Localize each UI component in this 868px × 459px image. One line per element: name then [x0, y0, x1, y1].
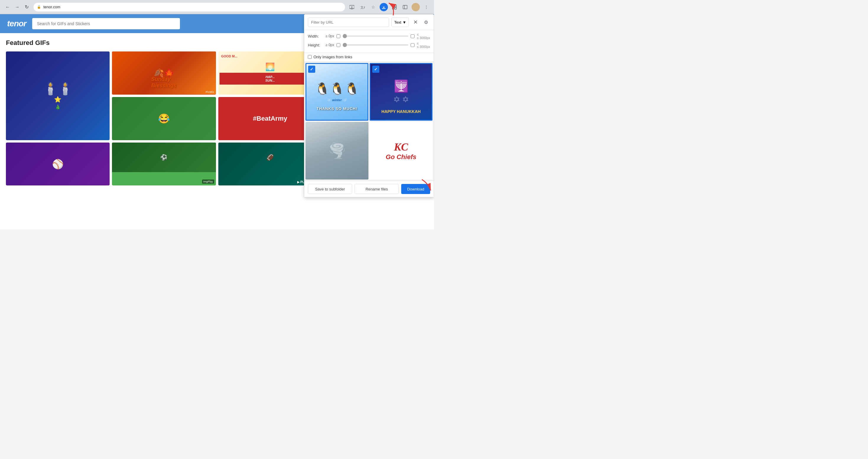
thanks-overlay-text: THANKS SO MUCH!	[316, 107, 358, 111]
back-button[interactable]: ←	[4, 3, 12, 11]
sidebar-toggle-icon[interactable]	[401, 3, 409, 11]
width-max-label: ≤≤ 3000px	[417, 32, 430, 40]
filter-bar: Text ▼ ✕ ⚙	[304, 15, 434, 30]
list-item: ⚾	[6, 143, 110, 185]
height-label: Height:	[308, 43, 323, 47]
beatarmy-text: #BeatArmy	[253, 115, 287, 122]
list-item: ⚽ ImgPlay	[112, 143, 216, 185]
lock-icon: 🔒	[37, 5, 41, 9]
width-min-checkbox[interactable]	[337, 34, 340, 38]
download-extension-icon[interactable]	[380, 3, 388, 11]
popup-image-item[interactable]: KC Go Chiefs	[370, 122, 433, 179]
only-images-row: Only images from links	[304, 53, 434, 62]
chiefs-text: Go Chiefs	[386, 153, 416, 161]
svg-rect-5	[392, 7, 394, 9]
download-button[interactable]: Download	[401, 184, 430, 194]
settings-gear-icon[interactable]: ⚙	[422, 18, 430, 26]
svg-rect-6	[395, 7, 397, 9]
height-filter-row: Height: ≥ 0px ≤≤ 3000px	[308, 41, 430, 49]
extensions-puzzle-icon[interactable]	[390, 3, 399, 11]
popup-actions: Save to subfolder Rename files Download	[304, 181, 434, 197]
image-checkbox-penguins[interactable]: ✓	[308, 66, 315, 73]
list-item: 🍂🍁 SundayBlessings PicMix	[112, 52, 216, 95]
height-min-checkbox[interactable]	[337, 43, 340, 47]
translate-icon[interactable]: 文A	[359, 3, 367, 11]
hanukkah-overlay-text: HAPPY HANUKKAH	[381, 109, 421, 114]
popup-image-item[interactable]: ✓ 🐧🐧🐧 ❄️ winter ❄️ THANKS SO MUCH!	[306, 63, 368, 121]
search-input[interactable]	[32, 18, 180, 29]
only-images-label[interactable]: Only images from links	[313, 55, 352, 59]
url-text: tenor.com	[43, 5, 60, 9]
chevron-down-icon: ▼	[402, 20, 406, 25]
media-router-icon[interactable]	[348, 3, 356, 11]
width-min-label: ≥ 0px	[326, 34, 334, 38]
address-bar[interactable]: 🔒 tenor.com	[33, 2, 345, 12]
browser-chrome: ← → ↻ 🔒 tenor.com 文A ☆ ⋮	[0, 0, 434, 14]
height-min-label: ≥ 0px	[326, 43, 334, 47]
svg-text:文A: 文A	[361, 6, 365, 9]
extension-popup: Text ▼ ✕ ⚙ Width: ≥ 0px ≤≤ 3000px Height…	[304, 14, 434, 197]
sunday-blessings-text: SundayBlessings	[151, 76, 176, 89]
height-max-checkbox[interactable]	[411, 43, 414, 47]
height-range-slider[interactable]	[343, 45, 408, 46]
bookmark-star-icon[interactable]: ☆	[369, 3, 377, 11]
forward-button[interactable]: →	[13, 3, 21, 11]
imgplay-badge: ImgPlay	[202, 179, 214, 184]
filter-url-input[interactable]	[308, 18, 389, 27]
tenor-logo: tenor	[7, 19, 26, 28]
height-max-label: ≤≤ 3000px	[417, 41, 430, 49]
svg-rect-7	[403, 5, 407, 9]
list-item: 🕯️🕯️ ⭐ 🎄	[6, 52, 110, 140]
main-content: tenor Featured GIFs 🕯️🕯️ ⭐ 🎄	[0, 14, 434, 229]
nav-buttons: ← → ↻	[4, 3, 31, 11]
popup-images-grid: ✓ 🐧🐧🐧 ❄️ winter ❄️ THANKS SO MUCH! ✓ 🕎 ✡…	[304, 62, 434, 181]
rename-files-button[interactable]: Rename files	[354, 184, 399, 194]
filter-type-dropdown[interactable]: Text ▼	[392, 18, 409, 27]
popup-image-item[interactable]: ✓ 🕎 ✡ ✡ HAPPY HANUKKAH	[370, 63, 433, 121]
width-max-checkbox[interactable]	[411, 34, 414, 38]
svg-rect-3	[392, 5, 394, 7]
width-range-slider[interactable]	[343, 35, 408, 37]
image-checkbox-menorah[interactable]: ✓	[372, 66, 379, 73]
only-images-checkbox[interactable]	[308, 55, 312, 59]
chrome-menu-icon[interactable]: ⋮	[422, 3, 430, 11]
width-filter-row: Width: ≥ 0px ≤≤ 3000px	[308, 32, 430, 40]
reload-button[interactable]: ↻	[23, 3, 31, 11]
save-to-subfolder-button[interactable]: Save to subfolder	[308, 184, 352, 194]
width-label: Width:	[308, 34, 323, 38]
close-button[interactable]: ✕	[411, 18, 420, 26]
svg-rect-4	[395, 5, 397, 7]
dimension-filters: Width: ≥ 0px ≤≤ 3000px Height: ≥ 0px ≤≤ …	[304, 30, 434, 53]
popup-image-item[interactable]: 🌪️	[306, 122, 368, 179]
filter-type-label: Text	[394, 20, 401, 25]
svg-point-1	[351, 6, 352, 8]
user-avatar[interactable]	[411, 3, 420, 11]
list-item: 😂	[112, 97, 216, 140]
browser-toolbar: 文A ☆ ⋮	[348, 3, 430, 11]
